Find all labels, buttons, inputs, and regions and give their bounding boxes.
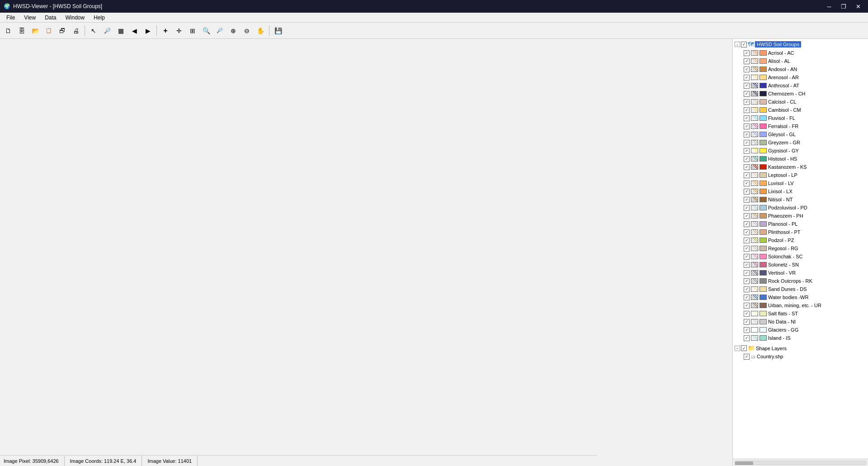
zoom-out-box-button[interactable]: 🔎 — [213, 24, 226, 37]
soil-layer-item[interactable]: Urban, mining, etc. - UR — [733, 301, 868, 309]
layer-checkbox[interactable] — [744, 58, 750, 64]
layer-checkbox[interactable] — [744, 140, 750, 146]
soil-layer-item[interactable]: Anthrosol - AT — [733, 81, 868, 90]
export-button[interactable]: 💾 — [272, 24, 284, 37]
layer-checkbox[interactable] — [744, 311, 750, 317]
soil-layer-item[interactable]: Leptosol - LP — [733, 171, 868, 179]
soil-layer-item[interactable]: Podzol - PZ — [733, 236, 868, 244]
layer-checkbox[interactable] — [744, 254, 750, 260]
soil-layer-item[interactable]: Nitisol - NT — [733, 195, 868, 204]
soil-layer-item[interactable]: Rock Outcrops - RK — [733, 277, 868, 285]
zoom-in-button[interactable]: ⊕ — [227, 24, 240, 37]
soil-layer-item[interactable]: Vertisol - VR — [733, 269, 868, 277]
move-button[interactable]: ✛ — [173, 24, 185, 37]
layer-checkbox[interactable] — [744, 295, 750, 300]
map-container[interactable]: Image Pixel: 35909,6426 Image Coords: 11… — [0, 39, 732, 466]
layer-checkbox[interactable] — [744, 205, 750, 211]
soil-layer-item[interactable]: Gleysol - GL — [733, 130, 868, 138]
shape-group-checkbox[interactable] — [741, 345, 747, 351]
menu-file[interactable]: File — [2, 13, 19, 23]
soil-layer-item[interactable]: Lixisol - LX — [733, 187, 868, 195]
soil-layer-item[interactable]: Arenosol - AR — [733, 73, 868, 81]
layer-checkbox[interactable] — [744, 132, 750, 138]
layer-checkbox[interactable] — [744, 246, 750, 252]
zoom-full-button[interactable]: ⊞ — [186, 24, 199, 37]
layer-checkbox[interactable] — [744, 319, 750, 325]
layer-checkbox[interactable] — [744, 213, 750, 219]
open-file-button[interactable]: 📋 — [42, 24, 55, 37]
country-shp-checkbox[interactable] — [744, 354, 750, 360]
cursor-button[interactable]: ↖ — [87, 24, 100, 37]
layer-checkbox[interactable] — [744, 83, 750, 89]
layer-checkbox[interactable] — [744, 327, 750, 333]
soil-layer-item[interactable]: Acrisol - AC — [733, 49, 868, 57]
soil-layer-item[interactable]: Cambisol - CM — [733, 106, 868, 114]
layer-checkbox[interactable] — [744, 189, 750, 195]
layer-checkbox[interactable] — [744, 221, 750, 227]
scrollbar-thumb[interactable] — [735, 461, 753, 465]
open-folder-button[interactable]: 📂 — [29, 24, 42, 37]
scrollbar-track[interactable] — [735, 461, 866, 465]
soil-layer-item[interactable]: Solonchak - SC — [733, 252, 868, 261]
layer-checkbox[interactable] — [744, 107, 750, 113]
soil-layer-item[interactable]: Ferralsol - FR — [733, 122, 868, 130]
menu-window[interactable]: Window — [61, 13, 90, 23]
print-button[interactable]: 🖨 — [70, 24, 82, 37]
soil-layer-item[interactable]: Chernozem - CH — [733, 90, 868, 98]
soil-layer-item[interactable]: Regosol - RG — [733, 244, 868, 252]
layer-checkbox[interactable] — [744, 164, 750, 170]
collapse-hwsd-icon[interactable]: - — [735, 42, 740, 47]
soil-layer-item[interactable]: Andosol - AN — [733, 65, 868, 73]
menu-data[interactable]: Data — [40, 13, 61, 23]
add-layer-button[interactable]: + — [159, 24, 172, 37]
soil-layer-item[interactable]: Gypsisol - GY — [733, 147, 868, 155]
soil-layer-item[interactable]: Luvisol - LV — [733, 179, 868, 187]
new-button[interactable]: 🗋 — [2, 24, 14, 37]
layer-checkbox[interactable] — [744, 124, 750, 129]
layer-checkbox[interactable] — [744, 67, 750, 72]
layer-checkbox[interactable] — [744, 181, 750, 186]
soil-layer-item[interactable]: Podzoluvisol - PD — [733, 204, 868, 212]
layer-tree[interactable]: - 🗺 HWSD Soil Groups Acrisol - ACAlisol … — [733, 39, 868, 459]
zoom-out-button[interactable]: ⊖ — [241, 24, 253, 37]
pan-button[interactable]: ✋ — [254, 24, 267, 37]
layer-checkbox[interactable] — [744, 238, 750, 243]
soil-layer-item[interactable]: Kastanozem - KS — [733, 163, 868, 171]
soil-layer-item[interactable]: Salt flats - ST — [733, 309, 868, 318]
restore-button[interactable]: ❐ — [837, 2, 850, 11]
soil-layer-item[interactable]: Glaciers - GG — [733, 326, 868, 334]
soil-layer-item[interactable]: Fluvisol - FL — [733, 114, 868, 122]
layer-checkbox[interactable] — [744, 50, 750, 56]
soil-layer-item[interactable]: Sand Dunes - DS — [733, 285, 868, 293]
layer-checkbox[interactable] — [744, 75, 750, 81]
soil-layer-item[interactable]: Phaeozem - PH — [733, 212, 868, 220]
soil-layer-item[interactable]: Greyzem - GR — [733, 138, 868, 147]
menu-view[interactable]: View — [19, 13, 40, 23]
window-button[interactable]: 🗗 — [56, 24, 69, 37]
layer-checkbox[interactable] — [744, 148, 750, 154]
soil-layer-item[interactable]: Solonetz - SN — [733, 261, 868, 269]
horizontal-scrollbar[interactable] — [733, 459, 868, 466]
hwsd-group-checkbox[interactable] — [741, 42, 747, 48]
soil-layer-item[interactable]: Island - IS — [733, 334, 868, 342]
layer-checkbox[interactable] — [744, 229, 750, 235]
layer-checkbox[interactable] — [744, 99, 750, 105]
select-button[interactable]: ▦ — [114, 24, 127, 37]
soil-layer-item[interactable]: Histosol - HS — [733, 155, 868, 163]
layer-checkbox[interactable] — [744, 91, 750, 97]
country-shp-item[interactable]: 🗂 Country.shp — [733, 352, 868, 361]
collapse-shape-icon[interactable]: - — [735, 346, 740, 351]
layer-checkbox[interactable] — [744, 115, 750, 121]
layer-checkbox[interactable] — [744, 197, 750, 203]
prev-button[interactable]: ◀ — [128, 24, 141, 37]
soil-layer-item[interactable]: Plinthosol - PT — [733, 228, 868, 236]
soil-layer-item[interactable]: Alisol - AL — [733, 57, 868, 65]
identify-button[interactable]: 🔎 — [101, 24, 113, 37]
soil-layer-item[interactable]: Calcisol - CL — [733, 98, 868, 106]
shape-layers-group-header[interactable]: - 📁 Shape Layers — [733, 344, 868, 352]
zoom-in-box-button[interactable]: 🔍 — [200, 24, 212, 37]
soil-layer-item[interactable]: No Data - NI — [733, 318, 868, 326]
layer-checkbox[interactable] — [744, 303, 750, 309]
menu-help[interactable]: Help — [89, 13, 109, 23]
open-db-button[interactable]: 🗄 — [15, 24, 28, 37]
